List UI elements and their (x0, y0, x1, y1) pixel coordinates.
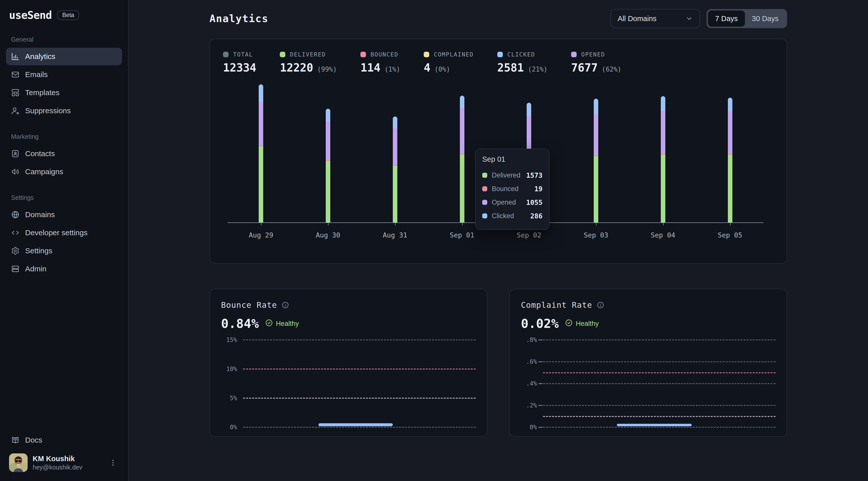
tooltip-label: Delivered (492, 171, 520, 179)
tooltip-date: Sep 01 (482, 155, 542, 163)
bounce-rate-card: Bounce Rate 0.84% Healthy 15%10%5%0% (210, 289, 487, 437)
user-x-icon (11, 106, 20, 115)
y-tick-mark (538, 361, 542, 362)
sidebar-nav: GeneralAnalyticsEmailsTemplatesSuppressi… (6, 22, 122, 278)
stat-percent: (21%) (528, 66, 548, 73)
bar-segment-clicked (460, 96, 464, 108)
axis-tick (730, 223, 731, 225)
user-meta: KM Koushik hey@koushik.dev (33, 454, 82, 471)
stacked-bar-sep-01[interactable] (460, 96, 464, 222)
y-tick-label: .8% (520, 336, 537, 344)
stat-color-dot (223, 52, 228, 57)
stat-percent: (99%) (317, 66, 337, 73)
sidebar-item-contacts[interactable]: Contacts (6, 145, 122, 162)
stacked-bar-aug-30[interactable] (326, 109, 330, 222)
tooltip-label: Opened (492, 199, 516, 206)
gear-icon (11, 247, 20, 255)
tooltip-color-dot (482, 200, 487, 205)
globe-icon (11, 211, 20, 219)
y-tick-mark (538, 383, 542, 384)
sidebar-item-suppressions[interactable]: Suppressions (6, 102, 122, 120)
stat-value: 12334 (223, 61, 256, 74)
bounce-rate-value: 0.84% (221, 316, 259, 331)
tooltip-label: Clicked (492, 212, 514, 220)
sidebar-spacer (6, 278, 122, 431)
gridline (243, 340, 476, 341)
stat-opened: OPENED7677(62%) (571, 51, 621, 74)
stat-value: 7677 (571, 61, 598, 74)
nav-section-label: Marketing (11, 133, 117, 140)
nav-section-label: Settings (11, 194, 117, 201)
sidebar-item-developer-settings[interactable]: Developer settings (6, 224, 122, 242)
sidebar-item-docs[interactable]: Docs (6, 431, 122, 449)
y-tick-label: 5% (220, 395, 237, 402)
stat-header: COMPLAINED (424, 51, 473, 58)
bounce-rate-title: Bounce Rate (221, 300, 277, 310)
stat-percent: (62%) (602, 66, 621, 73)
y-tick-label: 10% (220, 365, 237, 373)
code-icon (11, 228, 20, 237)
layout-grid-icon (11, 88, 20, 97)
tooltip-label: Bounced (492, 185, 519, 193)
bounce-rate-chart: 15%10%5%0% (220, 337, 476, 430)
sidebar-item-admin[interactable]: Admin (6, 260, 122, 278)
server-icon (11, 265, 20, 273)
sidebar-item-templates[interactable]: Templates (6, 84, 122, 101)
bar-chart-icon (11, 52, 20, 61)
stat-value-row: 7677(62%) (571, 61, 621, 74)
nav-section-label: General (11, 36, 117, 43)
mail-icon (11, 70, 20, 79)
stacked-bar-sep-03[interactable] (594, 99, 598, 222)
chevron-down-icon (685, 15, 693, 22)
sidebar-item-label: Emails (25, 70, 48, 79)
info-icon[interactable] (282, 301, 289, 309)
sidebar-item-domains[interactable]: Domains (6, 206, 122, 223)
brand: useSend Beta (6, 7, 122, 22)
domain-filter-value: All Domains (618, 14, 656, 23)
tooltip-value: 19 (534, 185, 542, 193)
x-tick-label: Aug 31 (362, 231, 429, 239)
bar-segment-clicked (728, 98, 733, 111)
x-tick-label: Sep 01 (429, 231, 496, 239)
bar-segment-delivered (728, 155, 733, 222)
beta-badge: Beta (57, 10, 79, 20)
more-vertical-icon[interactable] (107, 457, 119, 469)
x-axis-labels: Aug 29Aug 30Aug 31Sep 01Sep 02Sep 03Sep … (227, 231, 764, 239)
sidebar-item-emails[interactable]: Emails (6, 66, 122, 83)
stat-complained: COMPLAINED4(0%) (424, 51, 473, 74)
range-7-days-button[interactable]: 7 Days (708, 10, 745, 27)
stacked-bar-sep-05[interactable] (728, 98, 733, 222)
stacked-bar-sep-04[interactable] (661, 96, 665, 222)
stat-percent: (1%) (384, 66, 400, 73)
sidebar-item-campaigns[interactable]: Campaigns (6, 163, 122, 181)
stacked-bar-aug-31[interactable] (393, 117, 397, 222)
book-open-icon (11, 436, 20, 444)
bar-segment-clicked (661, 96, 665, 111)
sidebar-item-label: Campaigns (25, 167, 63, 176)
info-icon[interactable] (597, 301, 604, 309)
bar-segment-opened (259, 102, 263, 146)
stat-label: BOUNCED (370, 51, 398, 58)
stat-value-row: 2581(21%) (497, 61, 548, 74)
y-tick-label: .4% (520, 380, 537, 387)
stacked-bar-aug-29[interactable] (259, 84, 263, 222)
speaker-icon (11, 167, 20, 176)
stats-row: TOTAL12334DELIVERED12220(99%)BOUNCED114(… (223, 51, 774, 74)
sidebar-item-settings[interactable]: Settings (6, 242, 122, 260)
stat-clicked: CLICKED2581(21%) (497, 51, 548, 74)
stat-color-dot (361, 52, 366, 57)
stat-header: BOUNCED (361, 51, 400, 58)
y-tick-label: .6% (520, 358, 537, 365)
tooltip-row-bounced: Bounced19 (482, 182, 542, 196)
bar-segment-clicked (259, 84, 263, 102)
domain-filter-select[interactable]: All Domains (611, 9, 700, 28)
stat-header: DELIVERED (280, 51, 337, 58)
bar-segment-delivered (259, 147, 263, 222)
header-controls: All Domains 7 Days 30 Days (611, 9, 787, 28)
y-tick-label: 0% (220, 424, 237, 431)
user-email: hey@koushik.dev (33, 463, 82, 471)
user-menu[interactable]: KM Koushik hey@koushik.dev (6, 449, 122, 475)
sidebar-item-analytics[interactable]: Analytics (6, 48, 122, 65)
x-tick-label: Sep 04 (630, 231, 697, 239)
range-30-days-button[interactable]: 30 Days (745, 10, 786, 27)
